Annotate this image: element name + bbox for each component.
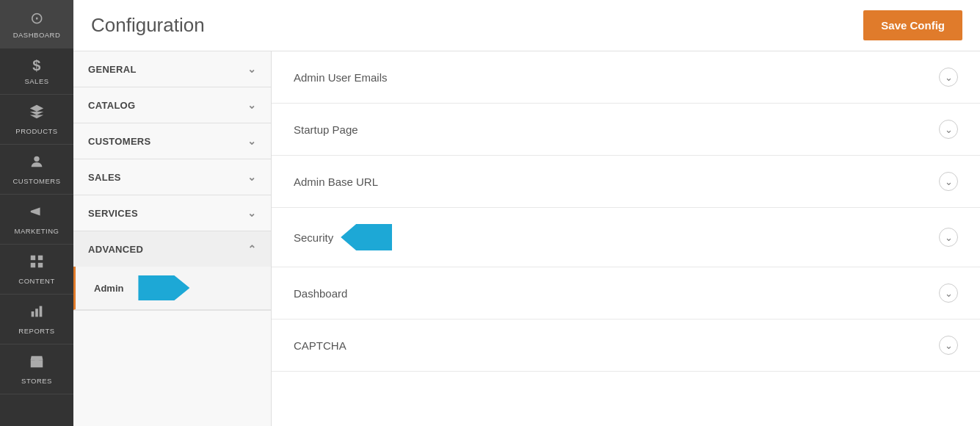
sidebar: ⊙ DASHBOARD $ SALES PRODUCTS CUSTOMERS M…: [0, 0, 73, 426]
chevron-down-icon: ⌄: [247, 171, 256, 183]
sidebar-item-label: DASHBOARD: [13, 31, 61, 39]
arrow-right-annotation: [138, 275, 189, 300]
nav-section-general-label: GENERAL: [88, 64, 137, 75]
chevron-down-icon: ⌄: [247, 63, 256, 75]
nav-section-services: SERVICES ⌄: [73, 195, 271, 231]
sidebar-item-customers[interactable]: CUSTOMERS: [0, 145, 73, 195]
sidebar-item-reports[interactable]: REPORTS: [0, 295, 73, 344]
sidebar-item-label: MARKETING: [15, 227, 59, 235]
nav-section-catalog: CATALOG ⌄: [73, 87, 271, 123]
config-item-label: Security: [294, 231, 333, 244]
sidebar-item-stores[interactable]: STORES: [0, 344, 73, 394]
nav-section-advanced-label: ADVANCED: [88, 244, 143, 255]
nav-section-sales-label: SALES: [88, 172, 121, 183]
sidebar-item-label: CUSTOMERS: [12, 177, 60, 185]
nav-sub-item-admin[interactable]: Admin: [73, 267, 271, 310]
chevron-down-icon: ⌄: [247, 207, 256, 219]
chevron-down-icon: ⌄: [247, 99, 256, 111]
sidebar-item-dashboard[interactable]: ⊙ DASHBOARD: [0, 0, 73, 48]
page-header: Configuration Save Config: [73, 0, 980, 51]
chevron-down-icon: ⌄: [247, 135, 256, 147]
sidebar-item-sales[interactable]: $ SALES: [0, 48, 73, 95]
nav-section-sales-header[interactable]: SALES ⌄: [73, 159, 271, 195]
config-item-label: CAPTCHA: [294, 339, 346, 352]
config-item-dashboard[interactable]: Dashboard ⌄: [272, 267, 980, 320]
expand-icon: ⌄: [939, 120, 958, 139]
nav-section-catalog-header[interactable]: CATALOG ⌄: [73, 87, 271, 123]
config-item-label: Dashboard: [294, 287, 347, 300]
content-area: GENERAL ⌄ CATALOG ⌄ CUSTOMERS ⌄: [73, 51, 980, 426]
sidebar-item-label: SALES: [24, 77, 48, 85]
expand-icon: ⌄: [939, 172, 958, 191]
config-item-security[interactable]: Security ⌄: [272, 208, 980, 267]
svg-rect-5: [32, 311, 35, 317]
sidebar-item-label: REPORTS: [18, 327, 54, 335]
sidebar-item-label: CONTENT: [18, 277, 54, 285]
expand-icon: ⌄: [939, 228, 958, 247]
nav-section-general: GENERAL ⌄: [73, 51, 271, 87]
expand-icon: ⌄: [939, 284, 958, 303]
svg-rect-4: [38, 263, 43, 267]
config-item-label: Admin Base URL: [294, 176, 378, 188]
config-item-label: Startup Page: [294, 123, 358, 136]
nav-section-general-header[interactable]: GENERAL ⌄: [73, 51, 271, 87]
svg-rect-2: [38, 256, 43, 260]
nav-section-customers-header[interactable]: CUSTOMERS ⌄: [73, 123, 271, 159]
nav-section-services-header[interactable]: SERVICES ⌄: [73, 195, 271, 231]
svg-rect-6: [35, 308, 38, 317]
stores-icon: [29, 353, 45, 374]
nav-section-customers: CUSTOMERS ⌄: [73, 123, 271, 159]
right-panel: Admin User Emails ⌄ Startup Page ⌄ Admin…: [272, 51, 980, 426]
sales-icon: $: [32, 57, 41, 74]
expand-icon: ⌄: [939, 336, 958, 355]
config-item-startup-page[interactable]: Startup Page ⌄: [272, 104, 980, 156]
dashboard-icon: ⊙: [30, 9, 44, 28]
left-nav: GENERAL ⌄ CATALOG ⌄ CUSTOMERS ⌄: [73, 51, 272, 426]
svg-rect-3: [31, 263, 35, 267]
nav-section-sales: SALES ⌄: [73, 159, 271, 195]
expand-icon: ⌄: [939, 68, 958, 87]
svg-rect-1: [31, 256, 35, 260]
content-icon: [29, 253, 45, 274]
customers-icon: [29, 154, 45, 174]
save-config-button[interactable]: Save Config: [863, 10, 962, 40]
reports-icon: [29, 303, 45, 324]
config-item-captcha[interactable]: CAPTCHA ⌄: [272, 320, 980, 372]
nav-sub-item-admin-label: Admin: [94, 283, 123, 294]
page-title: Configuration: [91, 14, 205, 37]
nav-advanced-sub-items: Admin: [73, 267, 271, 310]
svg-rect-7: [40, 306, 43, 317]
arrow-left-annotation: [341, 224, 392, 250]
config-item-admin-user-emails[interactable]: Admin User Emails ⌄: [272, 51, 980, 104]
config-item-label: Admin User Emails: [294, 71, 388, 84]
nav-section-services-label: SERVICES: [88, 208, 138, 219]
security-with-arrow: Security: [294, 224, 392, 250]
svg-point-0: [34, 156, 39, 162]
sidebar-item-marketing[interactable]: MARKETING: [0, 195, 73, 245]
nav-section-catalog-label: CATALOG: [88, 100, 135, 111]
products-icon: [29, 104, 45, 124]
marketing-icon: [29, 203, 45, 224]
chevron-up-icon: ⌄: [247, 243, 256, 255]
nav-section-customers-label: CUSTOMERS: [88, 136, 151, 147]
config-item-admin-base-url[interactable]: Admin Base URL ⌄: [272, 156, 980, 208]
sidebar-item-content[interactable]: CONTENT: [0, 245, 73, 295]
sidebar-item-products[interactable]: PRODUCTS: [0, 95, 73, 145]
nav-section-advanced-header[interactable]: ADVANCED ⌄: [73, 231, 271, 267]
sidebar-item-label: PRODUCTS: [15, 127, 57, 135]
main-area: Configuration Save Config GENERAL ⌄ CATA…: [73, 0, 980, 426]
sidebar-item-label: STORES: [21, 377, 52, 385]
nav-section-advanced: ADVANCED ⌄ Admin: [73, 231, 271, 311]
